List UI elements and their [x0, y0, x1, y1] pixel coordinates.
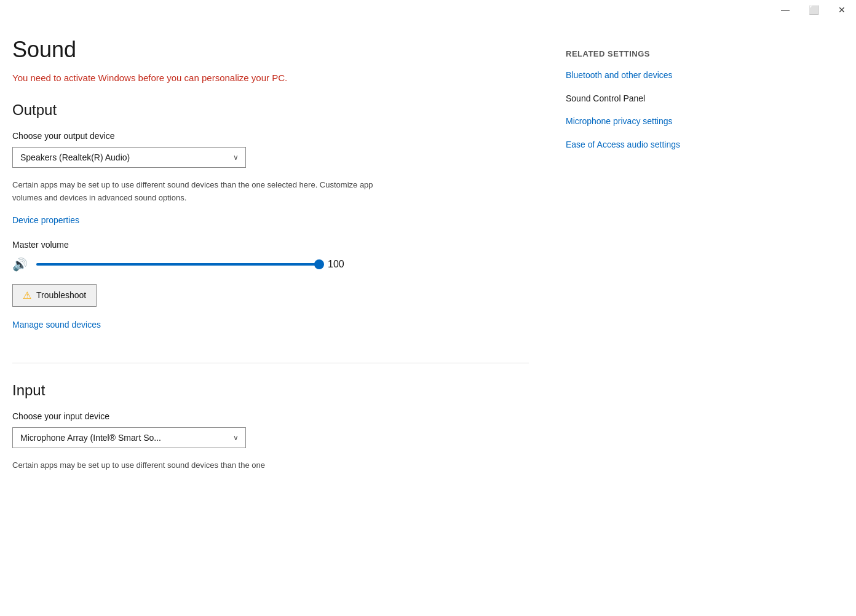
related-ease-of-access-link[interactable]: Ease of Access audio settings — [566, 139, 750, 151]
master-volume-label: Master volume — [12, 240, 529, 250]
input-section-title: Input — [12, 382, 529, 399]
volume-value: 100 — [328, 259, 352, 270]
settings-panel: Sound You need to activate Windows befor… — [0, 25, 553, 506]
manage-sound-devices-link[interactable]: Manage sound devices — [12, 320, 101, 330]
troubleshoot-label: Troubleshoot — [36, 290, 86, 300]
volume-fill — [36, 263, 319, 266]
main-content: Sound You need to activate Windows befor… — [0, 0, 856, 506]
input-device-dropdown[interactable]: Microphone Array (Intel® Smart So... — [12, 427, 246, 448]
activation-warning: You need to activate Windows before you … — [12, 73, 529, 83]
input-section: Input Choose your input device Microphon… — [12, 382, 529, 472]
speaker-icon: 🔊 — [12, 257, 28, 272]
volume-thumb[interactable] — [314, 259, 324, 269]
title-bar: — ⬜ ✕ — [771, 0, 856, 20]
minimize-button[interactable]: — — [771, 0, 799, 20]
device-properties-link[interactable]: Device properties — [12, 215, 79, 225]
warning-icon: ⚠ — [23, 290, 31, 301]
output-description: Certain apps may be set up to use differ… — [12, 179, 400, 205]
input-description: Certain apps may be set up to use differ… — [12, 459, 400, 472]
output-device-dropdown[interactable]: Speakers (Realtek(R) Audio) — [12, 147, 246, 168]
section-divider — [12, 363, 529, 363]
restore-button[interactable]: ⬜ — [799, 0, 828, 20]
output-section: Output Choose your output device Speaker… — [12, 101, 529, 344]
related-bluetooth-link[interactable]: Bluetooth and other devices — [566, 69, 750, 82]
volume-slider[interactable] — [36, 257, 319, 272]
related-microphone-privacy-link[interactable]: Microphone privacy settings — [566, 116, 750, 128]
output-section-title: Output — [12, 101, 529, 119]
close-button[interactable]: ✕ — [828, 0, 856, 20]
related-sound-control-panel: Sound Control Panel — [566, 93, 750, 105]
related-settings-title: Related Settings — [566, 49, 750, 58]
output-device-dropdown-wrapper: Speakers (Realtek(R) Audio) ∨ — [12, 147, 246, 168]
volume-track — [36, 263, 319, 266]
volume-row: 🔊 100 — [12, 257, 529, 272]
output-device-label: Choose your output device — [12, 131, 529, 141]
page-title: Sound — [12, 37, 529, 63]
troubleshoot-button[interactable]: ⚠ Troubleshoot — [12, 284, 97, 307]
input-device-label: Choose your input device — [12, 411, 529, 421]
related-settings-panel: Related Settings Bluetooth and other dev… — [553, 25, 775, 506]
input-device-dropdown-wrapper: Microphone Array (Intel® Smart So... ∨ — [12, 427, 246, 448]
